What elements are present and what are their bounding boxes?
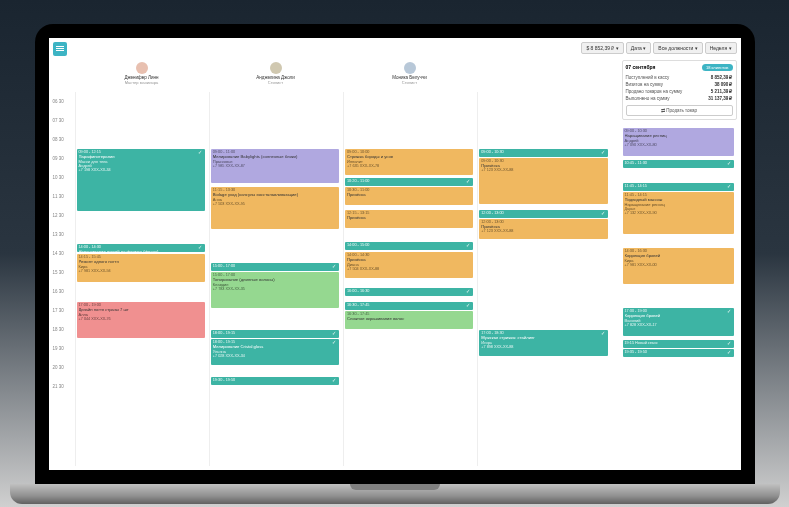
appointment[interactable]: 17:00 - 18:30Мужская стрижка: стайлингИг…: [479, 330, 607, 356]
appointment[interactable]: 17:30 - 19:00Коррекция бровейВасилий+7 8…: [623, 308, 734, 336]
appointment-time: 16:30 - 17:45: [347, 303, 471, 307]
appointment-phone: +7 635 XXX-XX-78: [347, 164, 471, 168]
balance-dropdown[interactable]: $ 8 852,39 ₽ ▾: [581, 42, 623, 54]
summary-value: 5 211,39 ₽: [711, 89, 733, 94]
calendar-column[interactable]: 09:00 - 11:00Мелирование Babylights (сол…: [209, 92, 342, 466]
time-label: 20 30: [53, 358, 71, 377]
check-icon: ✓: [727, 184, 732, 189]
check-icon: ✓: [466, 243, 471, 248]
appointment-time: 14:00 - 15:00: [347, 243, 471, 247]
appointment[interactable]: 18:00 - 19:15Мелирование Cristal glossУл…: [211, 339, 339, 365]
summary-date: 07 сентября: [626, 64, 656, 70]
appointment[interactable]: 11:45 - 14:15✓: [623, 183, 734, 191]
appointment-time: 10:20 - 11:00: [347, 179, 471, 183]
appointment[interactable]: 19:35 - 19:50✓: [623, 349, 734, 357]
appointment[interactable]: 12:00 - 13:00Причёска+7 123 XXX-XX-88: [479, 219, 607, 239]
appointment[interactable]: 12:00 - 13:00✓: [479, 210, 607, 218]
appointment-title: Причёска: [347, 192, 471, 197]
appointment-phone: +7 981 XXX-XX-00: [625, 263, 732, 267]
summary-panel: 07 сентября 18 клиентов Поступлений в ка…: [622, 60, 737, 120]
appointment[interactable]: 11:15 - 13:30Biolage уход (капсулы восст…: [211, 187, 339, 229]
appointment[interactable]: 14:30 - 16:30Коррекция бровейКира+7 981 …: [623, 248, 734, 284]
appointment[interactable]: 11:45 - 14:15Подводный массажНаращивание…: [623, 192, 734, 234]
staff-column[interactable]: Дженифер Линн Мастер маникюра: [75, 62, 209, 90]
clients-badge: 18 клиентов: [702, 64, 733, 71]
appointment-phone: +7 504 XXX-XX-88: [347, 267, 471, 271]
appointment[interactable]: 09:00 - 12:15ПарафинотерапияМаски для те…: [77, 149, 205, 211]
appointment-phone: +7 132 XXX-XX-90: [625, 211, 732, 215]
appointment[interactable]: 10:20 - 11:00✓: [345, 178, 473, 186]
appointment-title: Наращивание ногтей на формах (фрэнч): [79, 249, 203, 252]
check-icon: ✓: [332, 331, 337, 336]
calendar-column[interactable]: 09:00 - 10:30✓09:00 - 10:30Причёска+7 12…: [477, 92, 610, 466]
positions-dropdown[interactable]: Все должности ▾: [653, 42, 702, 54]
calendar-column-right: 09:00 - 10:30Наращивание ресницАндрей+7 …: [622, 128, 737, 466]
menu-toggle[interactable]: [53, 42, 67, 56]
staff-column[interactable]: Моника Белуччи Стилист: [343, 62, 477, 90]
appointment-phone: +7 123 XXX-XX-88: [481, 168, 605, 172]
summary-label: Выполнено на сумму: [626, 96, 670, 101]
appointment[interactable]: 14:00 - 14:30Наращивание ногтей на форма…: [77, 244, 205, 252]
sell-product-button[interactable]: ⇄ Продать товар: [626, 105, 733, 116]
check-icon: ✓: [601, 331, 606, 336]
appointment-phone: +7 198 XXX-XX-34: [79, 168, 203, 172]
appointment[interactable]: 17:00 - 19:00Дизайн ногтя стразы 7 штАлл…: [77, 302, 205, 338]
appointment-time: 19:15 Новый сеанс: [625, 341, 732, 345]
check-icon: ✓: [727, 350, 732, 355]
staff-column[interactable]: Анджелина Джоли Стилист: [209, 62, 343, 90]
appointment[interactable]: 19:30 - 19:50✓: [211, 377, 339, 385]
summary-value: 38 090 ₽: [714, 82, 732, 87]
topbar: $ 8 852,39 ₽ ▾ Дата ▾ Все должности ▾ Не…: [581, 42, 736, 54]
time-label: 11 30: [53, 187, 71, 206]
time-label: 13 30: [53, 225, 71, 244]
check-icon: ✓: [601, 150, 606, 155]
summary-value: 31 137,39 ₽: [708, 96, 732, 101]
appointment-time: 16:00 - 16:30: [347, 289, 471, 293]
appointment[interactable]: 15:00 - 17:00Тонирование (длинные волосы…: [211, 272, 339, 308]
appointment-phone: +7 044 XXX-XX-76: [79, 317, 203, 321]
appointment[interactable]: 09:00 - 10:30✓: [479, 149, 607, 157]
time-label: 14 30: [53, 244, 71, 263]
appointment[interactable]: 10:30 - 11:00Причёска: [345, 187, 473, 205]
appointment-phone: +7 783 XXX-XX-35: [213, 287, 337, 291]
period-dropdown[interactable]: Неделя ▾: [705, 42, 737, 54]
summary-label: Визитов на сумму: [626, 82, 663, 87]
calendar-column[interactable]: 09:00 - 12:15ПарафинотерапияМаски для те…: [75, 92, 208, 466]
time-label: 12 30: [53, 206, 71, 225]
appointment[interactable]: 14:00 - 15:00✓: [345, 242, 473, 250]
appointment[interactable]: 15:00 - 17:00✓: [211, 263, 339, 271]
appointment[interactable]: 18:00 - 19:15✓: [211, 330, 339, 338]
summary-label: Поступлений в кассу: [626, 75, 670, 80]
appointment[interactable]: 16:30 - 17:45Сложное окрашивание волос: [345, 311, 473, 329]
appointment[interactable]: 16:30 - 17:45✓: [345, 302, 473, 310]
appointment-phone: +7 123 XXX-XX-88: [481, 229, 605, 233]
appointment[interactable]: 09:00 - 10:30Причёска+7 123 XXX-XX-88: [479, 158, 607, 204]
time-label: 07 30: [53, 111, 71, 130]
appointment[interactable]: 19:15 Новый сеанс✓: [623, 340, 734, 348]
staff-role: Стилист: [402, 80, 417, 85]
appointment-phone: +7 090 XXX-XX-80: [625, 143, 732, 147]
appointment[interactable]: 14:15 - 15:45Ремонт одного ногтяКира+7 9…: [77, 254, 205, 282]
appointment[interactable]: 09:00 - 11:00Мелирование Babylights (сол…: [211, 149, 339, 183]
time-label: 06 30: [53, 92, 71, 111]
appointment-phone: +7 985 XXX-XX-87: [213, 164, 337, 168]
appointment[interactable]: 09:00 - 10:30Наращивание ресницАндрей+7 …: [623, 128, 734, 156]
time-label: 19 30: [53, 339, 71, 358]
check-icon: ✓: [601, 211, 606, 216]
appointment-time: 10:45 - 11:30: [625, 161, 732, 165]
check-icon: ✓: [466, 289, 471, 294]
appointment[interactable]: 14:00 - 14:30ПричёскаДиана+7 504 XXX-XX-…: [345, 252, 473, 278]
time-label: 08 30: [53, 130, 71, 149]
calendar-column[interactable]: 09:00 - 10:00Стрижка бороды и усовИпполи…: [343, 92, 476, 466]
appointment[interactable]: 09:00 - 10:00Стрижка бороды и усовИпполи…: [345, 149, 473, 175]
appointment-time: 15:00 - 17:00: [213, 264, 337, 268]
staff-role: Мастер маникюра: [125, 80, 159, 85]
appointment[interactable]: 16:00 - 16:30✓: [345, 288, 473, 296]
appointment[interactable]: 12:15 - 13:15Причёска: [345, 210, 473, 228]
avatar: [404, 62, 416, 74]
check-icon: ✓: [727, 309, 732, 314]
summary-value: 8 852,39 ₽: [711, 75, 733, 80]
appointment[interactable]: 10:45 - 11:30✓: [623, 160, 734, 168]
time-label: 18 30: [53, 320, 71, 339]
date-dropdown[interactable]: Дата ▾: [626, 42, 651, 54]
